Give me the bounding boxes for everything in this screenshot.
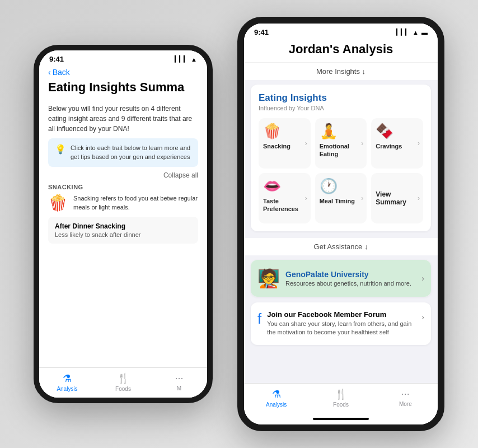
back-status-icons: ▎▎▎ ▲: [175, 55, 197, 63]
trait-value: Less likely to snack after dinner: [55, 231, 191, 238]
taste-label: Taste Preferences: [263, 197, 306, 213]
back-status-time: 9:41: [49, 55, 64, 63]
fb-text: Join our Facebook Member Forum You can s…: [267, 310, 416, 337]
facebook-icon: f: [257, 310, 261, 328]
snack-icon: 🍿: [48, 194, 68, 212]
front-foods-label: Foods: [333, 402, 349, 408]
meal-timing-label: Meal Timing: [320, 197, 355, 205]
nav-more[interactable]: ··· M: [151, 372, 207, 392]
foods-icon: 🍴: [117, 372, 129, 385]
insights-grid-row2: 👄 Taste Preferences › 🕐 Meal Timing › Vi…: [259, 173, 423, 223]
cravings-chevron: ›: [418, 139, 420, 147]
snacking-chevron: ›: [305, 139, 307, 147]
taste-emoji: 👄: [263, 178, 281, 195]
lightbulb-icon: 💡: [55, 144, 66, 155]
geno-title: GenoPalate University: [285, 270, 416, 279]
geno-card-inner: 🧑‍🏫 GenoPalate University Resources abou…: [251, 260, 431, 297]
insights-grid-row1: 🍿 Snacking › 🧘 Emotional Eating › 🍫 Crav…: [259, 118, 423, 169]
insight-meal-timing[interactable]: 🕐 Meal Timing ›: [315, 173, 367, 223]
front-bottom-nav: ⚗ Analysis 🍴 Foods ··· More: [244, 383, 438, 413]
cravings-emoji: 🍫: [376, 123, 393, 140]
front-screen: 9:41 ▎▎▎ ▲ ▬ Jordan's Analysis More Insi…: [244, 24, 438, 424]
front-status-bar: 9:41 ▎▎▎ ▲ ▬: [244, 24, 438, 39]
front-signal-icon: ▎▎▎: [396, 29, 410, 36]
tip-text: Click into each trait below to learn mor…: [71, 144, 191, 161]
back-title: Eating Insights Summa: [48, 80, 198, 95]
back-button-label: Back: [53, 68, 70, 77]
emotional-eating-emoji: 🧘: [320, 123, 338, 140]
snacking-cell-label: Snacking: [263, 142, 290, 150]
signal-icon: ▎▎▎: [175, 55, 188, 63]
fb-chevron: ›: [421, 312, 424, 321]
collapse-link[interactable]: Collapse all: [48, 171, 198, 179]
front-battery-icon: ▬: [421, 29, 428, 36]
get-assistance-label: Get Assistance ↓: [314, 242, 368, 251]
meal-timing-emoji: 🕐: [320, 178, 338, 195]
snacking-desc: Snacking refers to food you eat betwe re…: [73, 194, 198, 212]
back-screen: 9:41 ▎▎▎ ▲ ‹ Back Eating Insights Summa …: [39, 50, 207, 398]
back-description: Below you will find your results on 4 di…: [48, 104, 198, 134]
eating-insights-subtitle: Influenced by Your DNA: [259, 105, 423, 111]
front-title: Jordan's Analysis: [253, 42, 429, 57]
trait-card[interactable]: After Dinner Snacking Less likely to sna…: [48, 217, 198, 244]
collapse-label: Collapse all: [163, 171, 198, 179]
front-header: Jordan's Analysis: [244, 39, 438, 63]
snacking-section: SNACKING 🍿 Snacking refers to food you e…: [48, 184, 198, 244]
snacking-row: 🍿 Snacking refers to food you eat betwe …: [48, 194, 198, 212]
home-bar: [313, 418, 369, 420]
back-phone: 9:41 ▎▎▎ ▲ ‹ Back Eating Insights Summa …: [34, 45, 213, 403]
home-indicator: [244, 413, 438, 424]
back-header: ‹ Back Eating Insights Summa: [39, 66, 207, 99]
back-bottom-nav: ⚗ Analysis 🍴 Foods ··· M: [39, 367, 207, 398]
geno-text: GenoPalate University Resources about ge…: [285, 270, 416, 287]
get-assistance-bar[interactable]: Get Assistance ↓: [244, 238, 438, 255]
eating-insights-title: Eating Insights: [259, 92, 423, 104]
view-summary-label: View Summary: [376, 190, 419, 206]
tip-box: 💡 Click into each trait below to learn m…: [48, 138, 198, 167]
more-insights-bar[interactable]: More Insights ↓: [244, 63, 438, 80]
front-more-label: More: [399, 401, 412, 407]
front-nav-more[interactable]: ··· More: [373, 388, 438, 408]
back-button[interactable]: ‹ Back: [48, 68, 198, 77]
eating-insights-card: Eating Insights Influenced by Your DNA 🍿…: [251, 85, 431, 231]
front-nav-foods[interactable]: 🍴 Foods: [308, 388, 373, 408]
cravings-label: Cravings: [376, 142, 402, 150]
analysis-icon: ⚗: [63, 372, 72, 385]
snacking-label: SNACKING: [48, 184, 198, 190]
view-summary-cell[interactable]: View Summary ›: [371, 173, 423, 223]
fb-desc: You can share your story, learn from oth…: [267, 320, 416, 337]
snacking-emoji: 🍿: [263, 123, 281, 140]
front-foods-icon: 🍴: [335, 388, 347, 400]
geno-card[interactable]: 🧑‍🏫 GenoPalate University Resources abou…: [251, 260, 431, 297]
back-status-bar: 9:41 ▎▎▎ ▲: [39, 50, 207, 66]
foods-label: Foods: [115, 386, 131, 392]
front-content[interactable]: More Insights ↓ Eating Insights Influenc…: [244, 63, 438, 383]
wifi-icon: ▲: [191, 56, 197, 63]
trait-name: After Dinner Snacking: [55, 222, 191, 230]
view-summary-chevron: ›: [418, 194, 420, 202]
more-label: M: [177, 385, 181, 391]
front-nav-analysis[interactable]: ⚗ Analysis: [244, 388, 308, 408]
front-wifi-icon: ▲: [413, 29, 419, 36]
insight-taste[interactable]: 👄 Taste Preferences ›: [259, 173, 311, 223]
insight-snacking[interactable]: 🍿 Snacking ›: [259, 118, 311, 169]
front-more-icon: ···: [401, 388, 410, 400]
meal-timing-chevron: ›: [361, 194, 363, 202]
analysis-label: Analysis: [57, 386, 77, 392]
emotional-eating-label: Emotional Eating: [320, 142, 363, 158]
nav-foods[interactable]: 🍴 Foods: [95, 372, 151, 392]
front-status-time: 9:41: [254, 28, 269, 36]
front-analysis-label: Analysis: [266, 402, 287, 408]
nav-analysis[interactable]: ⚗ Analysis: [39, 372, 95, 392]
more-icon: ···: [175, 372, 183, 384]
geno-illustration: 🧑‍🏫: [257, 268, 280, 289]
insight-emotional-eating[interactable]: 🧘 Emotional Eating ›: [315, 118, 367, 169]
geno-desc: Resources about genetics, nutrition and …: [285, 280, 416, 287]
emotional-eating-chevron: ›: [361, 139, 363, 147]
front-analysis-icon: ⚗: [272, 388, 281, 400]
taste-chevron: ›: [305, 194, 307, 202]
front-phone: 9:41 ▎▎▎ ▲ ▬ Jordan's Analysis More Insi…: [237, 17, 444, 431]
insight-cravings[interactable]: 🍫 Cravings ›: [371, 118, 423, 169]
back-content: Below you will find your results on 4 di…: [39, 99, 207, 367]
fb-card[interactable]: f Join our Facebook Member Forum You can…: [251, 302, 431, 345]
